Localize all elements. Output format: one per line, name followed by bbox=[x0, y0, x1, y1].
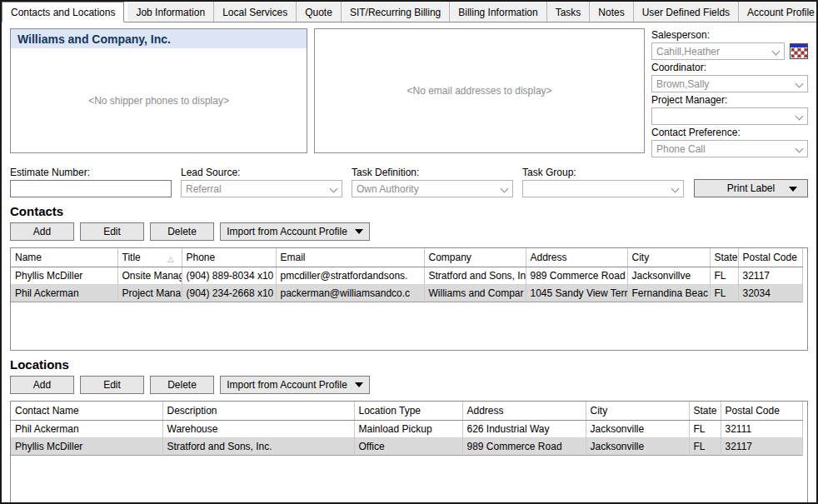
print-label-button[interactable]: Print Label bbox=[694, 179, 808, 197]
column-header-state[interactable]: State bbox=[710, 248, 738, 267]
task-definition-label: Task Definition: bbox=[352, 167, 513, 178]
estimate-number-input[interactable] bbox=[10, 180, 172, 197]
contacts-heading: Contacts bbox=[10, 204, 808, 218]
salesperson-value: Cahill,Heather bbox=[656, 46, 772, 57]
lead-source-select[interactable]: Referral bbox=[181, 180, 342, 197]
shipper-phones-panel: Williams and Company, Inc. <No shipper p… bbox=[10, 28, 307, 153]
salesperson-select[interactable]: Cahill,Heather bbox=[651, 42, 785, 60]
dropdown-arrow-icon bbox=[355, 382, 363, 387]
column-header-company[interactable]: Company bbox=[424, 248, 526, 267]
contact-preference-select[interactable]: Phone Call bbox=[651, 140, 808, 157]
coordinator-select[interactable]: Brown,Sally bbox=[651, 75, 808, 92]
tab-notes[interactable]: Notes bbox=[590, 2, 633, 22]
cell-description: Stratford and Sons, Inc. bbox=[162, 437, 354, 455]
cell-postal-code: 32034 bbox=[738, 284, 802, 302]
column-header-email[interactable]: Email bbox=[276, 248, 424, 267]
locations-import-label: Import from Account Profile bbox=[227, 379, 347, 391]
cell-company: Stratford and Sons, In bbox=[424, 267, 526, 284]
cell-city: Fernandina Beac bbox=[627, 284, 710, 302]
locations-row-phil-ackerman[interactable]: Phil Ackerman Warehouse Mainload Pickup … bbox=[11, 420, 802, 437]
contacts-header-row: Name Title△ Phone Email Company Address … bbox=[11, 248, 802, 267]
contacts-add-button[interactable]: Add bbox=[10, 222, 74, 241]
column-header-address[interactable]: Address bbox=[462, 402, 586, 420]
tab-account-profile[interactable]: Account Profile bbox=[739, 2, 818, 22]
cell-name: Phil Ackerman bbox=[11, 284, 117, 302]
tab-tasks[interactable]: Tasks bbox=[547, 2, 591, 22]
lead-source-group: Lead Source: Referral bbox=[181, 166, 342, 197]
assignment-column: Salesperson: Cahill,Heather bbox=[651, 28, 808, 159]
cell-address: 626 Industrial Way bbox=[462, 420, 586, 437]
locations-heading: Locations bbox=[10, 357, 808, 372]
tab-local-services[interactable]: Local Services bbox=[214, 2, 297, 22]
cell-name: Phyllis McDiller bbox=[11, 267, 117, 284]
cell-title: Project Mana bbox=[117, 284, 182, 302]
column-header-city[interactable]: City bbox=[586, 402, 689, 420]
cell-postal-code: 32111 bbox=[721, 420, 802, 437]
task-group-label: Task Group: bbox=[522, 167, 684, 178]
salesperson-schedule-button[interactable] bbox=[790, 43, 808, 59]
contacts-row-phyllis-mcdiller[interactable]: Phyllis McDiller Onsite Manag (904) 889-… bbox=[11, 267, 802, 284]
column-header-description[interactable]: Description bbox=[162, 402, 354, 420]
project-manager-select[interactable] bbox=[651, 107, 808, 125]
contacts-import-button[interactable]: Import from Account Profile bbox=[220, 222, 370, 241]
column-header-contact-name[interactable]: Contact Name bbox=[11, 402, 162, 420]
column-header-title-label: Title bbox=[122, 252, 141, 263]
column-header-state[interactable]: State bbox=[689, 402, 721, 420]
cell-location-type: Office bbox=[354, 437, 462, 455]
column-header-title[interactable]: Title△ bbox=[117, 248, 182, 267]
cell-address: 989 Commerce Road bbox=[526, 267, 627, 284]
chevron-down-icon bbox=[796, 145, 804, 153]
locations-toolbar: Add Edit Delete Import from Account Prof… bbox=[10, 376, 808, 394]
contacts-row-phil-ackerman[interactable]: Phil Ackerman Project Mana (904) 234-266… bbox=[11, 284, 802, 302]
locations-add-button[interactable]: Add bbox=[10, 376, 74, 394]
locations-row-phyllis-mcdiller[interactable]: Phyllis McDiller Stratford and Sons, Inc… bbox=[11, 437, 802, 455]
company-name-header: Williams and Company, Inc. bbox=[11, 29, 307, 48]
salesperson-group: Salesperson: Cahill,Heather bbox=[651, 29, 808, 60]
coordinator-label: Coordinator: bbox=[651, 62, 808, 73]
cell-state: FL bbox=[689, 420, 721, 437]
task-group-select[interactable] bbox=[522, 180, 684, 197]
locations-edit-button[interactable]: Edit bbox=[80, 376, 144, 394]
task-group-group: Task Group: bbox=[522, 166, 684, 197]
tab-contacts-and-locations[interactable]: Contacts and Locations bbox=[2, 2, 124, 22]
column-header-address[interactable]: Address bbox=[526, 248, 627, 267]
column-header-postal-code[interactable]: Postal Code bbox=[721, 402, 802, 420]
cell-state: FL bbox=[710, 267, 738, 284]
task-definition-select[interactable]: Own Authority bbox=[352, 180, 513, 197]
email-addresses-panel: <No email addresses to display> bbox=[314, 28, 645, 153]
contacts-delete-button[interactable]: Delete bbox=[150, 222, 214, 241]
column-header-location-type[interactable]: Location Type bbox=[354, 402, 462, 420]
column-header-name[interactable]: Name bbox=[11, 248, 117, 267]
tab-job-information[interactable]: Job Information bbox=[127, 2, 214, 22]
contact-preference-label: Contact Preference: bbox=[651, 127, 808, 138]
cell-phone: (904) 234-2668 x10 bbox=[182, 284, 276, 302]
column-header-city[interactable]: City bbox=[627, 248, 710, 267]
contacts-table: Name Title△ Phone Email Company Address … bbox=[10, 247, 808, 351]
contacts-locations-window: Contacts and Locations Job Information L… bbox=[0, 0, 818, 504]
estimate-number-label: Estimate Number: bbox=[10, 167, 172, 178]
sort-ascending-icon: △ bbox=[168, 255, 174, 263]
email-addresses-list[interactable]: <No email addresses to display> bbox=[315, 29, 644, 152]
contacts-toolbar: Add Edit Delete Import from Account Prof… bbox=[10, 222, 808, 241]
project-manager-group: Project Manager: bbox=[651, 94, 808, 125]
shipper-phones-list[interactable]: <No shipper phones to display> bbox=[11, 48, 307, 152]
chevron-down-icon bbox=[796, 80, 804, 88]
tab-content: Williams and Company, Inc. <No shipper p… bbox=[2, 22, 816, 504]
locations-import-button[interactable]: Import from Account Profile bbox=[220, 376, 370, 394]
tab-user-defined-fields[interactable]: User Defined Fields bbox=[634, 2, 739, 22]
contacts-edit-button[interactable]: Edit bbox=[80, 222, 144, 241]
dropdown-arrow-icon bbox=[355, 229, 363, 234]
lead-source-value: Referral bbox=[186, 183, 330, 195]
locations-delete-button[interactable]: Delete bbox=[150, 376, 214, 394]
cell-city: Jacksonvillve bbox=[627, 267, 710, 284]
tab-sit-recurring-billing[interactable]: SIT/Recurring Billing bbox=[342, 2, 450, 22]
tab-quote[interactable]: Quote bbox=[297, 2, 342, 22]
column-header-phone[interactable]: Phone bbox=[182, 248, 276, 267]
chevron-down-icon bbox=[671, 185, 680, 193]
column-header-postal-code[interactable]: Postal Code bbox=[738, 248, 802, 267]
tab-billing-information[interactable]: Billing Information bbox=[450, 2, 546, 22]
tab-bar: Contacts and Locations Job Information L… bbox=[2, 2, 816, 22]
top-row: Williams and Company, Inc. <No shipper p… bbox=[10, 28, 808, 159]
chevron-down-icon bbox=[501, 185, 509, 193]
cell-description: Warehouse bbox=[162, 420, 354, 437]
